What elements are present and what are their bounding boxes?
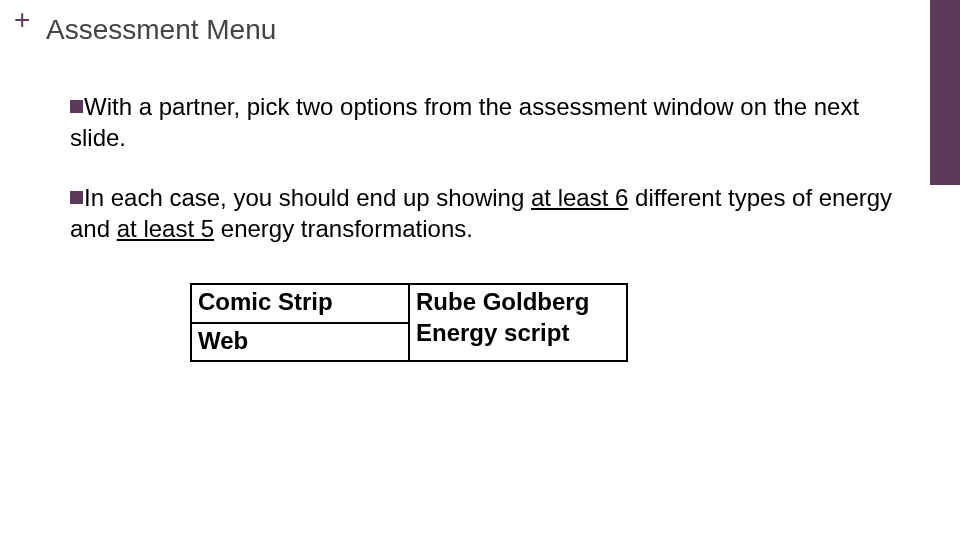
bullet-2-u1: at least 6 [531, 184, 628, 211]
bullet-2: In each case, you should end up showing … [70, 183, 920, 244]
side-accent-bar [930, 0, 960, 185]
bullet-square-icon [70, 191, 83, 204]
slide-body: With a partner, pick two options from th… [70, 92, 920, 362]
option-cell: Web [191, 323, 409, 362]
page-title: Assessment Menu [46, 14, 276, 46]
bullet-2-u2: at least 5 [117, 215, 214, 242]
bullet-2-a: each case, you should end up showing [104, 184, 531, 211]
bullet-1-lead: With [84, 93, 132, 120]
option-cell: Comic Strip [191, 284, 409, 323]
bullet-2-lead: In [84, 184, 104, 211]
option-cell: Rube Goldberg Energy script [409, 284, 627, 361]
bullet-1-rest: a partner, pick two options from the ass… [70, 93, 859, 151]
option-cell-line2: Energy script [416, 319, 569, 346]
options-table: Comic Strip Rube Goldberg Energy script … [190, 283, 628, 362]
bullet-2-c: energy transformations. [214, 215, 473, 242]
bullet-square-icon [70, 100, 83, 113]
plus-icon: + [14, 6, 30, 34]
option-cell-line1: Rube Goldberg [416, 288, 589, 315]
bullet-1: With a partner, pick two options from th… [70, 92, 920, 153]
table-row: Comic Strip Rube Goldberg Energy script [191, 284, 627, 323]
